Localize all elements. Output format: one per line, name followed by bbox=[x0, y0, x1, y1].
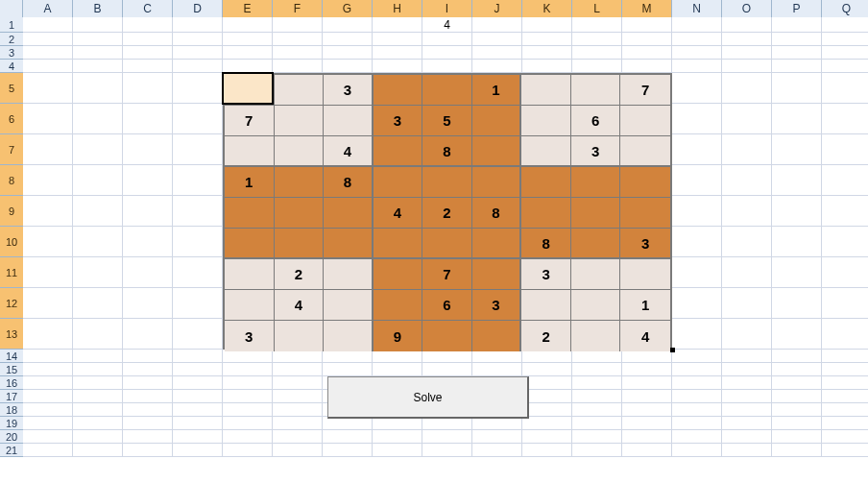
cell-E21[interactable] bbox=[223, 444, 273, 457]
cell-M3[interactable] bbox=[622, 46, 672, 60]
sudoku-cell-r5-c6[interactable]: 8 bbox=[472, 198, 522, 229]
cell-G15[interactable] bbox=[323, 363, 373, 376]
cell-O13[interactable] bbox=[722, 319, 772, 350]
sudoku-cell-r9-c8[interactable] bbox=[571, 321, 621, 351]
cell-K18[interactable] bbox=[522, 403, 572, 417]
cell-A16[interactable] bbox=[23, 376, 73, 390]
cell-F19[interactable] bbox=[273, 417, 323, 430]
cell-O21[interactable] bbox=[722, 444, 772, 457]
cell-C15[interactable] bbox=[123, 363, 173, 376]
cell-L21[interactable] bbox=[572, 444, 622, 457]
column-header-A[interactable]: A bbox=[23, 0, 73, 17]
cell-E15[interactable] bbox=[223, 363, 273, 376]
cell-N13[interactable] bbox=[672, 319, 722, 350]
cell-B12[interactable] bbox=[73, 288, 123, 319]
cell-D2[interactable] bbox=[173, 33, 223, 46]
cell-I20[interactable] bbox=[422, 430, 472, 444]
cell-J3[interactable] bbox=[472, 46, 522, 60]
sudoku-cell-r3-c8[interactable]: 3 bbox=[571, 136, 621, 167]
cell-C7[interactable] bbox=[123, 134, 173, 165]
sudoku-cell-r1-c7[interactable] bbox=[521, 75, 571, 106]
cell-H20[interactable] bbox=[373, 430, 422, 444]
sudoku-cell-r1-c5[interactable] bbox=[422, 75, 472, 106]
cell-F15[interactable] bbox=[273, 363, 323, 376]
cell-Q19[interactable] bbox=[822, 417, 868, 430]
cell-A14[interactable] bbox=[23, 350, 73, 363]
cell-B14[interactable] bbox=[73, 350, 123, 363]
sudoku-cell-r5-c8[interactable] bbox=[571, 198, 621, 229]
cell-A15[interactable] bbox=[23, 363, 73, 376]
cell-M4[interactable] bbox=[622, 60, 672, 73]
sudoku-cell-r9-c1[interactable]: 3 bbox=[225, 321, 275, 351]
cell-A1[interactable] bbox=[23, 17, 73, 33]
cell-K20[interactable] bbox=[522, 430, 572, 444]
cell-M14[interactable] bbox=[622, 350, 672, 363]
cell-D1[interactable] bbox=[173, 17, 223, 33]
cell-M15[interactable] bbox=[622, 363, 672, 376]
cell-B3[interactable] bbox=[73, 46, 123, 60]
cell-P1[interactable] bbox=[772, 17, 822, 33]
cell-K4[interactable] bbox=[522, 60, 572, 73]
cell-F16[interactable] bbox=[273, 376, 323, 390]
cell-M18[interactable] bbox=[622, 403, 672, 417]
sudoku-cell-r1-c2[interactable] bbox=[275, 75, 325, 106]
cell-O3[interactable] bbox=[722, 46, 772, 60]
cell-Q14[interactable] bbox=[822, 350, 868, 363]
cell-E3[interactable] bbox=[223, 46, 273, 60]
sudoku-cell-r6-c5[interactable] bbox=[422, 229, 472, 259]
cell-A11[interactable] bbox=[23, 257, 73, 288]
column-header-H[interactable]: H bbox=[373, 0, 422, 17]
cell-N9[interactable] bbox=[672, 196, 722, 227]
column-header-C[interactable]: C bbox=[123, 0, 173, 17]
cell-D18[interactable] bbox=[173, 403, 223, 417]
cell-D13[interactable] bbox=[173, 319, 223, 350]
sudoku-cell-r4-c9[interactable] bbox=[620, 167, 670, 198]
sudoku-cell-r8-c8[interactable] bbox=[571, 290, 621, 321]
row-header-4[interactable]: 4 bbox=[0, 60, 23, 73]
column-header-F[interactable]: F bbox=[273, 0, 323, 17]
cell-N18[interactable] bbox=[672, 403, 722, 417]
cell-N16[interactable] bbox=[672, 376, 722, 390]
cell-B16[interactable] bbox=[73, 376, 123, 390]
cell-I1[interactable]: 4 bbox=[422, 17, 472, 33]
sudoku-cell-r9-c9[interactable]: 4 bbox=[620, 321, 670, 351]
sudoku-cell-r7-c9[interactable] bbox=[620, 259, 670, 290]
sudoku-cell-r3-c6[interactable] bbox=[472, 136, 522, 167]
row-header-1[interactable]: 1 bbox=[0, 17, 23, 33]
sudoku-cell-r7-c5[interactable]: 7 bbox=[422, 259, 472, 290]
sudoku-cell-r1-c3[interactable]: 3 bbox=[324, 75, 374, 106]
cell-P16[interactable] bbox=[772, 376, 822, 390]
cell-M1[interactable] bbox=[622, 17, 672, 33]
sudoku-cell-r3-c4[interactable] bbox=[374, 136, 423, 167]
cell-B20[interactable] bbox=[73, 430, 123, 444]
cell-C11[interactable] bbox=[123, 257, 173, 288]
cell-M20[interactable] bbox=[622, 430, 672, 444]
sudoku-cell-r9-c4[interactable]: 9 bbox=[374, 321, 423, 351]
sudoku-cell-r1-c1[interactable]: 8 bbox=[225, 75, 275, 106]
cell-N11[interactable] bbox=[672, 257, 722, 288]
row-header-17[interactable]: 17 bbox=[0, 390, 23, 403]
cell-Q13[interactable] bbox=[822, 319, 868, 350]
cell-C19[interactable] bbox=[123, 417, 173, 430]
cell-A20[interactable] bbox=[23, 430, 73, 444]
cell-O14[interactable] bbox=[722, 350, 772, 363]
sudoku-cell-r5-c5[interactable]: 2 bbox=[422, 198, 472, 229]
cell-J19[interactable] bbox=[472, 417, 522, 430]
cell-D19[interactable] bbox=[173, 417, 223, 430]
cell-O15[interactable] bbox=[722, 363, 772, 376]
cell-N7[interactable] bbox=[672, 134, 722, 165]
cell-N5[interactable] bbox=[672, 73, 722, 104]
cell-Q20[interactable] bbox=[822, 430, 868, 444]
cell-A17[interactable] bbox=[23, 390, 73, 403]
cell-C2[interactable] bbox=[123, 33, 173, 46]
cell-A12[interactable] bbox=[23, 288, 73, 319]
cell-N3[interactable] bbox=[672, 46, 722, 60]
cell-H3[interactable] bbox=[373, 46, 422, 60]
sudoku-cell-r3-c1[interactable] bbox=[225, 136, 275, 167]
cell-H2[interactable] bbox=[373, 33, 422, 46]
cell-N10[interactable] bbox=[672, 227, 722, 257]
cell-D10[interactable] bbox=[173, 227, 223, 257]
cell-H21[interactable] bbox=[373, 444, 422, 457]
sudoku-cell-r1-c8[interactable] bbox=[571, 75, 621, 106]
cell-J20[interactable] bbox=[472, 430, 522, 444]
